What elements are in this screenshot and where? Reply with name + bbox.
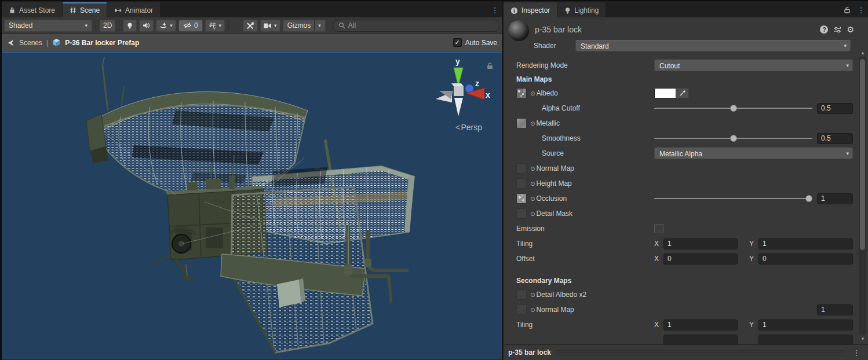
help-icon[interactable]: ? xyxy=(820,25,828,34)
tiling-x-field[interactable]: 1 xyxy=(663,238,738,249)
tab-inspector[interactable]: Inspector xyxy=(504,2,557,17)
clipped-field[interactable] xyxy=(663,335,738,345)
object-picker-icon[interactable]: ⊙ xyxy=(530,211,535,217)
smoothness-slider[interactable] xyxy=(654,134,812,142)
animator-icon xyxy=(114,7,122,14)
secondary-tiling-y-field[interactable]: 1 xyxy=(758,319,853,330)
object-picker-icon[interactable]: ⊙ xyxy=(530,166,535,172)
light-bulb-icon xyxy=(564,7,571,14)
slider-knob[interactable] xyxy=(730,105,737,112)
gizmo-lock-icon[interactable] xyxy=(486,62,494,69)
object-picker-icon[interactable]: ⊙ xyxy=(530,120,535,127)
metallic-label: Metallic xyxy=(536,119,560,127)
slider-knob[interactable] xyxy=(805,195,812,202)
secondary-tiling-x-field[interactable]: 1 xyxy=(663,319,738,330)
offset-x-field[interactable]: 0 xyxy=(663,254,738,265)
alpha-cutoff-slider[interactable] xyxy=(654,104,812,112)
object-picker-icon[interactable]: ⊙ xyxy=(530,307,535,313)
scene-tabbar: Asset Store Scene Animator ⋮ xyxy=(2,1,502,17)
scene-panel-menu-icon[interactable]: ⋮ xyxy=(488,2,502,17)
inspector-lock-icon[interactable] xyxy=(840,2,854,17)
slider-knob[interactable] xyxy=(730,135,737,142)
rendering-mode-dropdown[interactable]: Cutout ▾ xyxy=(654,60,853,71)
inspector-panel-menu-icon[interactable]: ⋮ xyxy=(854,2,868,17)
gizmos-dropdown[interactable]: Gizmos ▾ xyxy=(283,20,326,32)
tab-animator[interactable]: Animator xyxy=(107,2,160,17)
occlusion-value[interactable]: 1 xyxy=(817,193,853,204)
object-picker-icon[interactable]: ⊙ xyxy=(530,292,535,298)
scene-viewport[interactable]: y z x < Persp xyxy=(2,52,502,359)
shader-dropdown[interactable]: Standard ▾ xyxy=(575,40,851,52)
auto-save-checkbox[interactable]: ✓ xyxy=(453,38,462,47)
emission-checkbox[interactable] xyxy=(654,224,663,233)
occlusion-label: Occlusion xyxy=(536,194,567,203)
projection-toggle[interactable]: < Persp xyxy=(455,122,482,132)
tab-label: Animator xyxy=(125,6,153,14)
shading-mode-dropdown[interactable]: Shaded ▾ xyxy=(4,20,92,32)
scene-lighting-button[interactable] xyxy=(123,20,137,32)
scroll-up-icon[interactable]: ▲ xyxy=(860,51,865,56)
offset-row: Offset X 0 Y 0 xyxy=(516,251,853,266)
alpha-cutoff-value[interactable]: 0.5 xyxy=(817,103,853,114)
axis-y-label: y xyxy=(455,57,460,66)
grid-snap-button[interactable]: y ▾ xyxy=(205,20,225,32)
scenes-back-icon[interactable] xyxy=(6,39,15,47)
secondary-normal-map-slot[interactable] xyxy=(516,304,527,315)
occlusion-texture-thumbnail[interactable] xyxy=(516,193,527,204)
material-header: p-35 bar lock ? ⚙ Shader Standard ▾ xyxy=(504,17,868,54)
metallic-texture-thumbnail[interactable] xyxy=(516,118,527,128)
presets-icon[interactable] xyxy=(833,26,841,34)
object-picker-icon[interactable]: ⊙ xyxy=(530,90,535,97)
breadcrumb-root[interactable]: Scenes xyxy=(19,39,42,47)
tab-lighting[interactable]: Lighting xyxy=(557,2,606,17)
camera-icon xyxy=(264,23,272,29)
section-gap xyxy=(516,266,853,274)
orientation-gizmo[interactable]: y z x xyxy=(428,56,491,121)
scrollbar-thumb[interactable] xyxy=(860,59,865,250)
detail-mask-label: Detail Mask xyxy=(536,210,572,218)
axis-gray-cone-bottom xyxy=(454,98,463,116)
toggle-2d-button[interactable]: 2D xyxy=(100,20,115,32)
object-picker-icon[interactable]: ⊙ xyxy=(530,181,535,187)
albedo-color-swatch[interactable] xyxy=(654,88,676,98)
clipped-field[interactable] xyxy=(758,335,853,345)
source-dropdown[interactable]: Metallic Alpha ▾ xyxy=(654,148,853,159)
tiling-y-field[interactable]: 1 xyxy=(758,238,853,249)
scene-search-field[interactable] xyxy=(333,20,499,32)
detail-albedo-label: Detail Albedo x2 xyxy=(536,291,586,299)
scene-camera-button[interactable]: ▾ xyxy=(260,20,280,32)
scroll-down-icon[interactable]: ▼ xyxy=(860,337,865,341)
tab-asset-store[interactable]: Asset Store xyxy=(2,2,62,17)
offset-y-field[interactable]: 0 xyxy=(758,254,853,265)
footer-drag-handle[interactable] xyxy=(557,350,844,355)
height-map-slot[interactable] xyxy=(516,178,527,189)
eye-off-icon xyxy=(183,22,192,29)
scene-effects-button[interactable]: ▾ xyxy=(156,20,176,32)
chevron-down-icon: ▾ xyxy=(846,151,849,156)
scene-audio-button[interactable] xyxy=(139,20,154,32)
inspector-tabbar: Inspector Lighting ⋮ xyxy=(504,1,868,17)
inspector-scrollbar[interactable] xyxy=(859,57,866,335)
alpha-cutoff-row: Alpha Cutoff 0.5 xyxy=(516,101,853,116)
eyedropper-button[interactable] xyxy=(676,88,689,98)
scene-tools-button[interactable] xyxy=(243,20,258,32)
normal-map-slot[interactable] xyxy=(516,163,527,174)
normal-map-label: Normal Map xyxy=(536,164,574,172)
scene-visibility-button[interactable]: 0 xyxy=(178,20,203,32)
tab-scene[interactable]: Scene xyxy=(63,2,107,17)
auto-save-toggle[interactable]: ✓ Auto Save xyxy=(453,38,497,47)
detail-mask-slot[interactable] xyxy=(516,208,527,219)
rendering-mode-row: Rendering Mode Cutout ▾ xyxy=(516,58,853,73)
secondary-normal-map-label: Normal Map xyxy=(536,306,574,314)
prefab-breadcrumb-bar: Scenes | P-36 Bar locker Prefap ✓ Auto S… xyxy=(2,34,502,52)
smoothness-value[interactable]: 0.5 xyxy=(817,133,853,144)
footer-menu-icon[interactable]: ⋮ xyxy=(849,347,863,358)
albedo-texture-thumbnail[interactable] xyxy=(516,88,527,98)
detail-albedo-slot[interactable] xyxy=(516,289,527,300)
object-picker-icon[interactable]: ⊙ xyxy=(530,196,535,202)
occlusion-slider[interactable] xyxy=(654,194,812,203)
secondary-normal-scale-value[interactable]: 1 xyxy=(817,304,853,315)
preview-footer[interactable]: p-35 bar lock ⋮ xyxy=(504,344,868,360)
search-input[interactable] xyxy=(348,21,494,30)
gear-icon[interactable]: ⚙ xyxy=(847,25,854,34)
